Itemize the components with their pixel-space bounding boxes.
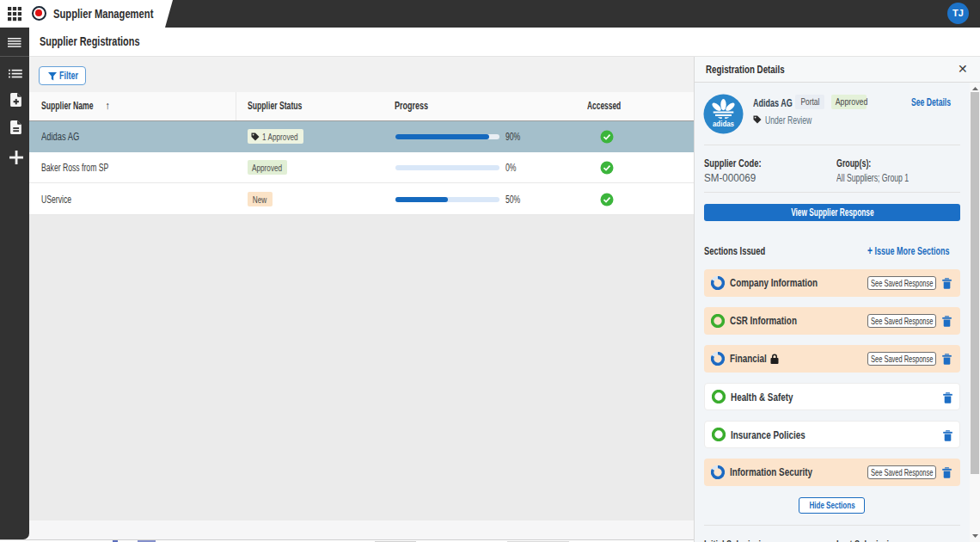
- svg-text:adidas: adidas: [713, 120, 734, 129]
